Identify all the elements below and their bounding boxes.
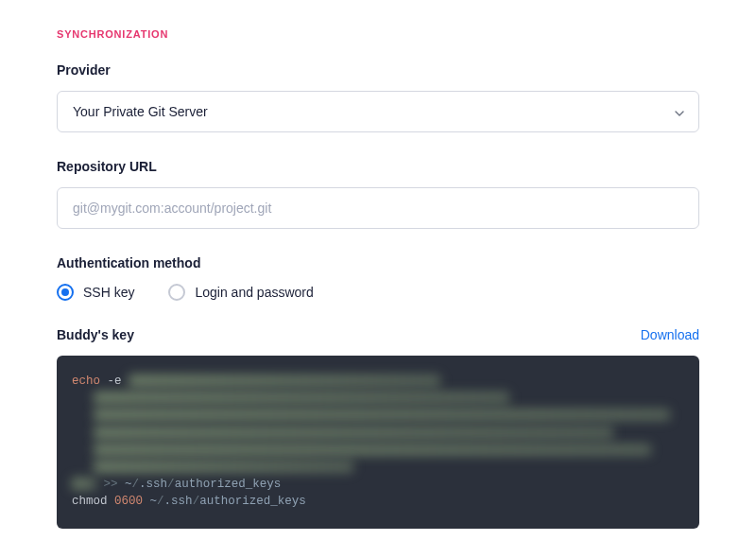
code-token-dot: . [164,495,172,508]
ssh-key-code-block: echo -e >> ~/.ssh/authorized_keys chmod … [57,356,699,529]
obscured-key-content [72,478,96,490]
obscured-key-content [94,392,509,404]
auth-radio-ssh-label: SSH key [83,285,134,300]
provider-select-value[interactable]: Your Private Git Server [57,91,699,132]
code-token-flag-e: -e [108,375,122,388]
obscured-key-content [129,375,440,387]
section-header-synchronization: SYNCHRONIZATION [57,28,699,40]
code-token-ssh: ssh [146,478,168,491]
code-token-ssh: ssh [171,495,193,508]
auth-radio-login-label: Login and password [195,285,313,300]
repository-url-label: Repository URL [57,159,699,174]
code-token-tilde: ~ [150,495,158,508]
buddys-key-label: Buddy's key [57,327,134,342]
auth-radio-login-password[interactable]: Login and password [168,284,313,301]
radio-checked-icon [57,284,74,301]
code-token-slash: / [193,495,200,508]
obscured-key-content [94,461,353,473]
provider-label: Provider [57,62,699,78]
code-token-authorized-keys: authorized_keys [199,495,306,508]
obscured-key-content [94,427,613,439]
repository-url-input[interactable] [57,187,699,229]
provider-select[interactable]: Your Private Git Server [57,91,699,132]
code-token-slash: / [157,495,164,508]
auth-method-label: Authentication method [57,255,699,270]
code-token-chmod: chmod [72,495,108,508]
obscured-key-content [94,444,651,456]
code-token-echo: echo [72,375,100,388]
auth-radio-ssh-key[interactable]: SSH key [57,284,134,301]
code-token-redirect: >> [104,478,118,491]
download-link[interactable]: Download [641,327,699,342]
obscured-key-content [94,409,670,421]
code-token-tilde: ~ [125,478,132,491]
code-token-slash: / [132,478,140,491]
code-token-authorized-keys: authorized_keys [175,478,282,491]
code-token-mode: 0600 [114,495,143,508]
code-token-dot: . [139,478,146,491]
code-token-slash: / [167,478,175,491]
radio-unchecked-icon [168,284,185,301]
